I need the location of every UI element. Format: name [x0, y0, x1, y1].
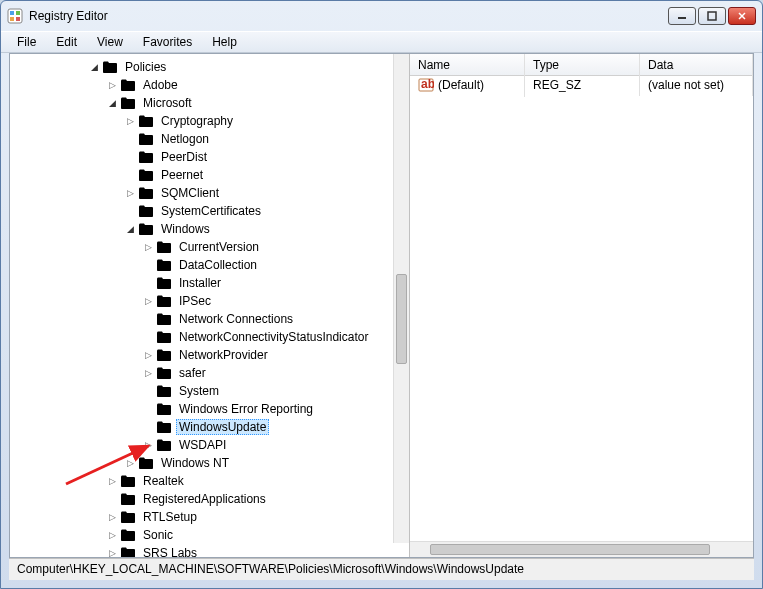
folder-icon: [156, 402, 172, 416]
tree-node-label[interactable]: System: [176, 383, 222, 399]
menu-view[interactable]: View: [89, 33, 131, 51]
maximize-button[interactable]: [698, 7, 726, 25]
tree-node[interactable]: Policies: [10, 58, 409, 76]
tree-node[interactable]: WSDAPI: [10, 436, 409, 454]
tree-node[interactable]: SRS Labs: [10, 544, 409, 557]
tree-node-label[interactable]: Peernet: [158, 167, 206, 183]
tree-node[interactable]: RegisteredApplications: [10, 490, 409, 508]
tree-node[interactable]: safer: [10, 364, 409, 382]
titlebar[interactable]: Registry Editor: [1, 1, 762, 31]
tree-node[interactable]: Windows Error Reporting: [10, 400, 409, 418]
tree-node[interactable]: WindowsUpdate: [10, 418, 409, 436]
tree-node-label[interactable]: Sonic: [140, 527, 176, 543]
expand-icon[interactable]: [106, 79, 118, 91]
expand-icon[interactable]: [142, 439, 154, 451]
tree-node-label[interactable]: Adobe: [140, 77, 181, 93]
tree-node-label[interactable]: Windows NT: [158, 455, 232, 471]
tree-node[interactable]: Microsoft: [10, 94, 409, 112]
tree-node-label[interactable]: NetworkProvider: [176, 347, 271, 363]
expand-icon[interactable]: [106, 511, 118, 523]
minimize-button[interactable]: [668, 7, 696, 25]
tree-node-label[interactable]: Microsoft: [140, 95, 195, 111]
tree-node[interactable]: NetworkConnectivityStatusIndicator: [10, 328, 409, 346]
tree-node[interactable]: PeerDist: [10, 148, 409, 166]
tree-node[interactable]: Installer: [10, 274, 409, 292]
expand-icon[interactable]: [124, 187, 136, 199]
svg-rect-8: [708, 12, 716, 20]
tree-node[interactable]: System: [10, 382, 409, 400]
value-name: (Default): [438, 78, 484, 92]
tree-node[interactable]: Peernet: [10, 166, 409, 184]
expand-icon[interactable]: [142, 349, 154, 361]
tree-node[interactable]: NetworkProvider: [10, 346, 409, 364]
column-type[interactable]: Type: [525, 54, 640, 75]
collapse-icon[interactable]: [106, 97, 118, 109]
folder-icon: [120, 510, 136, 524]
collapse-icon[interactable]: [124, 223, 136, 235]
tree-node[interactable]: RTLSetup: [10, 508, 409, 526]
column-name[interactable]: Name: [410, 54, 525, 75]
tree-node-label[interactable]: Installer: [176, 275, 224, 291]
tree-node-label[interactable]: IPSec: [176, 293, 214, 309]
expand-icon[interactable]: [106, 475, 118, 487]
tree-node-label[interactable]: WSDAPI: [176, 437, 229, 453]
tree-node-label[interactable]: Cryptography: [158, 113, 236, 129]
list-scrollbar-horizontal[interactable]: [410, 541, 753, 557]
tree-node-label[interactable]: RegisteredApplications: [140, 491, 269, 507]
list-row[interactable]: (Default)REG_SZ(value not set): [410, 76, 753, 94]
close-button[interactable]: [728, 7, 756, 25]
tree-node[interactable]: Windows: [10, 220, 409, 238]
tree-node[interactable]: Windows NT: [10, 454, 409, 472]
tree-node[interactable]: SystemCertificates: [10, 202, 409, 220]
tree-pane: PoliciesAdobeMicrosoftCryptographyNetlog…: [10, 54, 410, 557]
statusbar: Computer\HKEY_LOCAL_MACHINE\SOFTWARE\Pol…: [9, 558, 754, 580]
tree-node[interactable]: Realtek: [10, 472, 409, 490]
expand-icon[interactable]: [142, 367, 154, 379]
tree-node-label[interactable]: Policies: [122, 59, 169, 75]
tree-node[interactable]: DataCollection: [10, 256, 409, 274]
tree-scrollbar-vertical[interactable]: [393, 54, 409, 543]
tree-node[interactable]: Adobe: [10, 76, 409, 94]
scrollbar-thumb[interactable]: [396, 274, 407, 364]
tree-node-label[interactable]: RTLSetup: [140, 509, 200, 525]
registry-editor-window: Registry Editor File Edit View Favorites…: [0, 0, 763, 589]
tree-node[interactable]: Sonic: [10, 526, 409, 544]
tree-node-label[interactable]: Windows: [158, 221, 213, 237]
tree-node-label[interactable]: PeerDist: [158, 149, 210, 165]
tree-node-label[interactable]: SRS Labs: [140, 545, 200, 557]
tree-node[interactable]: Cryptography: [10, 112, 409, 130]
tree-node-label[interactable]: Windows Error Reporting: [176, 401, 316, 417]
expand-icon[interactable]: [142, 295, 154, 307]
menu-favorites[interactable]: Favorites: [135, 33, 200, 51]
tree-node-label[interactable]: SystemCertificates: [158, 203, 264, 219]
menu-edit[interactable]: Edit: [48, 33, 85, 51]
menu-file[interactable]: File: [9, 33, 44, 51]
tree-node-label[interactable]: Netlogon: [158, 131, 212, 147]
folder-icon: [138, 222, 154, 236]
tree-node[interactable]: SQMClient: [10, 184, 409, 202]
tree-node-label[interactable]: NetworkConnectivityStatusIndicator: [176, 329, 371, 345]
tree-node-label[interactable]: safer: [176, 365, 209, 381]
expand-icon[interactable]: [124, 457, 136, 469]
scrollbar-thumb[interactable]: [430, 544, 710, 555]
expand-icon[interactable]: [106, 547, 118, 557]
collapse-icon[interactable]: [88, 61, 100, 73]
column-data[interactable]: Data: [640, 54, 753, 75]
tree-node-label[interactable]: Realtek: [140, 473, 187, 489]
tree-node[interactable]: IPSec: [10, 292, 409, 310]
tree-node-label[interactable]: WindowsUpdate: [176, 419, 269, 435]
tree-node-label[interactable]: SQMClient: [158, 185, 222, 201]
expand-icon[interactable]: [106, 529, 118, 541]
menu-help[interactable]: Help: [204, 33, 245, 51]
registry-tree[interactable]: PoliciesAdobeMicrosoftCryptographyNetlog…: [10, 54, 409, 557]
expand-icon[interactable]: [142, 241, 154, 253]
tree-node[interactable]: CurrentVersion: [10, 238, 409, 256]
tree-node[interactable]: Network Connections: [10, 310, 409, 328]
list-rows[interactable]: (Default)REG_SZ(value not set): [410, 76, 753, 94]
expand-icon[interactable]: [124, 115, 136, 127]
tree-node[interactable]: Netlogon: [10, 130, 409, 148]
tree-node-label[interactable]: Network Connections: [176, 311, 296, 327]
value-type: REG_SZ: [525, 74, 640, 96]
tree-node-label[interactable]: DataCollection: [176, 257, 260, 273]
tree-node-label[interactable]: CurrentVersion: [176, 239, 262, 255]
